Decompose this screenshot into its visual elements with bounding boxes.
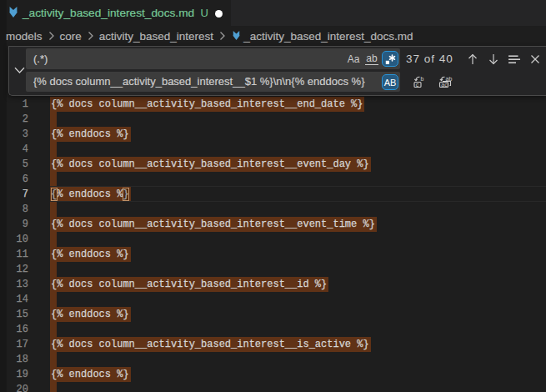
svg-text:b: b [421,76,424,82]
svg-text:ab: ab [446,76,453,82]
svg-text:ac: ac [441,82,448,88]
svg-text:c: c [416,82,419,88]
